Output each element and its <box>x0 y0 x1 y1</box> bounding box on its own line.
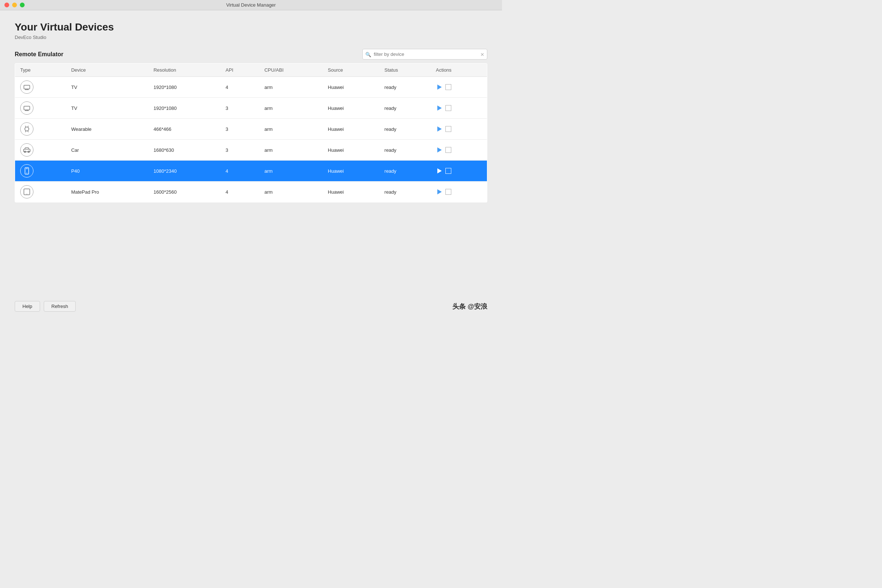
device-actions <box>431 182 487 202</box>
play-triangle-icon <box>437 105 442 111</box>
device-api: 3 <box>220 98 260 119</box>
page-title: Your Virtual Devices <box>15 21 487 33</box>
play-triangle-icon <box>437 189 442 194</box>
section-title: Remote Emulator <box>15 51 63 58</box>
device-resolution: 1080*2340 <box>148 160 220 182</box>
col-api: API <box>220 64 260 77</box>
wearable-icon <box>20 122 33 136</box>
play-button[interactable] <box>436 188 443 195</box>
svg-line-11 <box>26 131 26 132</box>
bottom-bar: Help Refresh 头条 @安浪 <box>15 296 487 312</box>
device-resolution: 1920*1080 <box>148 77 220 98</box>
device-name: TV <box>66 98 148 119</box>
play-triangle-icon <box>437 168 442 174</box>
device-status: ready <box>379 98 431 119</box>
device-cpu: arm <box>259 77 322 98</box>
device-api: 4 <box>220 77 260 98</box>
device-name: P40 <box>66 160 148 182</box>
svg-point-8 <box>25 127 29 131</box>
device-checkbox[interactable] <box>446 189 451 195</box>
svg-point-18 <box>27 173 27 174</box>
device-resolution: 1920*1080 <box>148 98 220 119</box>
refresh-button[interactable]: Refresh <box>44 301 76 312</box>
device-actions <box>431 119 487 140</box>
device-actions <box>431 98 487 119</box>
col-resolution: Resolution <box>148 64 220 77</box>
device-status: ready <box>379 160 431 182</box>
filter-container: 🔍 ✕ <box>362 49 487 60</box>
play-triangle-icon <box>437 84 442 90</box>
table-row[interactable]: Wearable466*4663armHuaweiready <box>15 119 487 140</box>
svg-line-10 <box>28 126 28 127</box>
device-status: ready <box>379 140 431 160</box>
device-api: 4 <box>220 160 260 182</box>
device-checkbox[interactable] <box>446 105 451 111</box>
device-type-icon <box>15 160 66 182</box>
table-row[interactable]: TV1920*10804armHuaweiready <box>15 77 487 98</box>
play-button[interactable] <box>436 125 443 133</box>
device-cpu: arm <box>259 140 322 160</box>
device-checkbox[interactable] <box>446 168 451 174</box>
svg-line-12 <box>28 131 28 132</box>
play-triangle-icon <box>437 126 442 132</box>
svg-rect-0 <box>24 85 30 89</box>
play-button[interactable] <box>436 167 443 175</box>
page-subtitle: DevEco Studio <box>15 34 487 40</box>
svg-point-20 <box>27 194 27 194</box>
col-source: Source <box>322 64 379 77</box>
phone-icon <box>20 164 33 177</box>
col-device: Device <box>66 64 148 77</box>
device-type-icon <box>15 182 66 202</box>
maximize-button[interactable] <box>20 3 25 8</box>
help-button[interactable]: Help <box>15 301 40 312</box>
table-row[interactable]: Car1680*6303armHuaweiready <box>15 140 487 160</box>
col-type: Type <box>15 64 66 77</box>
device-cpu: arm <box>259 182 322 202</box>
device-name: MatePad Pro <box>66 182 148 202</box>
device-resolution: 466*466 <box>148 119 220 140</box>
minimize-button[interactable] <box>12 3 17 8</box>
device-api: 3 <box>220 119 260 140</box>
device-name: TV <box>66 77 148 98</box>
col-cpu: CPU/ABI <box>259 64 322 77</box>
play-triangle-icon <box>437 147 442 153</box>
device-status: ready <box>379 119 431 140</box>
device-list: TV1920*10804armHuaweiready TV1920*10803a… <box>15 77 487 202</box>
table-row[interactable]: TV1920*10803armHuaweiready <box>15 98 487 119</box>
device-resolution: 1680*630 <box>148 140 220 160</box>
table-header: Type Device Resolution API CPU/ABI Sourc… <box>15 64 487 77</box>
device-checkbox[interactable] <box>446 84 451 90</box>
titlebar-buttons <box>4 3 25 8</box>
device-actions <box>431 77 487 98</box>
device-source: Huawei <box>322 98 379 119</box>
device-cpu: arm <box>259 98 322 119</box>
bottom-buttons: Help Refresh <box>15 301 76 312</box>
close-button[interactable] <box>4 3 9 8</box>
device-name: Wearable <box>66 119 148 140</box>
car-icon <box>20 143 33 156</box>
table-row[interactable]: MatePad Pro1600*25604armHuaweiready <box>15 182 487 202</box>
device-name: Car <box>66 140 148 160</box>
device-checkbox[interactable] <box>446 147 451 153</box>
device-checkbox[interactable] <box>446 126 451 132</box>
section-header: Remote Emulator 🔍 ✕ <box>15 49 487 60</box>
device-type-icon <box>15 119 66 140</box>
clear-filter-icon[interactable]: ✕ <box>480 51 484 57</box>
device-api: 4 <box>220 182 260 202</box>
device-source: Huawei <box>322 77 379 98</box>
device-source: Huawei <box>322 140 379 160</box>
play-button[interactable] <box>436 83 443 91</box>
search-icon: 🔍 <box>365 51 371 57</box>
play-button[interactable] <box>436 104 443 112</box>
device-source: Huawei <box>322 119 379 140</box>
filter-input[interactable] <box>362 49 487 60</box>
device-type-icon <box>15 77 66 98</box>
device-resolution: 1600*2560 <box>148 182 220 202</box>
play-button[interactable] <box>436 146 443 154</box>
table-row[interactable]: P401080*23404armHuaweiready <box>15 160 487 182</box>
tv-icon <box>20 101 33 115</box>
device-api: 3 <box>220 140 260 160</box>
main-content: Your Virtual Devices DevEco Studio Remot… <box>0 10 502 319</box>
tablet-icon <box>20 185 33 198</box>
table-wrapper: Type Device Resolution API CPU/ABI Sourc… <box>15 63 487 296</box>
